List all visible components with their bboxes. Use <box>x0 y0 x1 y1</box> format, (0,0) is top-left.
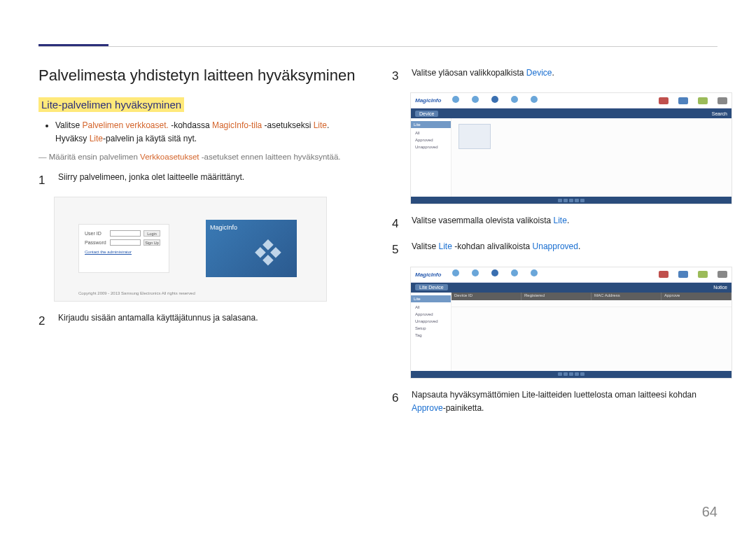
user-label: User ID <box>85 231 107 236</box>
app-logo: MagicInfo <box>415 97 441 104</box>
col-header: Device ID <box>451 293 522 300</box>
password-label: Password <box>85 240 107 245</box>
page-content: Palvelimesta yhdistetyn laitteen hyväksy… <box>38 66 718 506</box>
search-button[interactable]: Search <box>712 111 727 116</box>
main-panel <box>451 118 732 197</box>
step-number: 6 <box>392 388 402 415</box>
svg-rect-1 <box>255 247 266 258</box>
step-5: 5 Valitse Lite -kohdan alivalikoista Una… <box>392 240 718 259</box>
nav-icon[interactable] <box>510 269 519 279</box>
pager-dot[interactable] <box>580 372 584 376</box>
sidebar-item[interactable]: Approved <box>411 136 451 143</box>
header-rule <box>38 46 718 47</box>
notice-label: Notice <box>713 285 727 290</box>
pager-dot[interactable] <box>558 199 562 202</box>
sidebar: Lite All Approved Unapproved Setup Tag <box>411 293 451 371</box>
sidebar-item[interactable]: Unapproved <box>411 143 451 150</box>
pager-dot[interactable] <box>575 199 579 202</box>
step-text: Valitse vasemmalla olevista valikoista L… <box>412 214 569 233</box>
copyright-text: Copyright 2009 - 2013 Samsung Electronic… <box>78 291 195 295</box>
step-number: 2 <box>38 311 48 330</box>
sidebar-item-unapproved[interactable]: Unapproved <box>411 318 451 325</box>
nav-icon[interactable] <box>529 269 539 279</box>
svg-rect-0 <box>262 239 274 250</box>
magicinfo-panel: MagicInfo <box>206 220 297 277</box>
page-title: Palvelimesta yhdistetyn laitteen hyväksy… <box>38 66 364 85</box>
pager-dot[interactable] <box>558 372 562 376</box>
step-number: 5 <box>392 240 402 259</box>
table-row[interactable] <box>451 300 732 307</box>
table-header: Device ID Registered MAC Address Approve <box>451 293 732 300</box>
step-number: 4 <box>392 214 402 233</box>
col-header: Approve <box>662 293 732 300</box>
nav-icon[interactable] <box>470 96 480 106</box>
col-header: MAC Address <box>592 293 662 300</box>
status-icon <box>718 97 727 104</box>
status-icon <box>698 97 708 104</box>
screenshot-unapproved-list: MagicInfo Lite Device Notice <box>410 267 732 379</box>
step-text: Valitse yläosan valikkopalkista Device. <box>412 66 554 85</box>
contact-admin-link[interactable]: Contact the administrator <box>85 250 163 254</box>
sidebar-item[interactable]: All <box>411 304 451 311</box>
brand-label: MagicInfo <box>210 224 237 231</box>
footnote: Määritä ensin palvelimen Verkkoasetukset… <box>38 151 364 163</box>
step-text: Napsauta hyväksymättömien Lite-laitteide… <box>412 388 718 415</box>
password-input[interactable] <box>110 239 141 246</box>
pager-dot[interactable] <box>580 199 584 202</box>
nav-icon[interactable] <box>451 269 461 279</box>
pager-dot[interactable] <box>564 199 568 202</box>
nav-icon[interactable] <box>451 96 461 106</box>
sidebar-item[interactable]: All <box>411 129 451 136</box>
page-number: 64 <box>702 504 718 520</box>
sidebar: Lite All Approved Unapproved <box>411 118 451 197</box>
diamond-icon <box>253 239 284 270</box>
nav-icon-device[interactable] <box>490 96 500 106</box>
step-2: 2 Kirjaudu sisään antamalla käyttäjätunn… <box>38 311 364 330</box>
user-input[interactable] <box>110 230 141 237</box>
screenshot-device-menu: MagicInfo Device Search <box>410 92 732 204</box>
right-column: 3 Valitse yläosan valikkopalkista Device… <box>392 66 718 506</box>
pagination-footer <box>411 197 732 204</box>
step-6: 6 Napsauta hyväksymättömien Lite-laittei… <box>392 388 718 415</box>
nav-icon[interactable] <box>470 269 480 279</box>
sidebar-item[interactable]: Setup <box>411 325 451 332</box>
tab-bar: Lite Device Notice <box>411 283 732 293</box>
section-subtitle: Lite-palvelimen hyväksyminen <box>38 97 184 112</box>
bullet-item: Valitse Palvelimen verkkoaset. -kohdassa… <box>55 119 364 146</box>
status-icon <box>718 271 727 278</box>
pager-dot[interactable] <box>569 372 573 376</box>
pager-dot[interactable] <box>569 199 573 202</box>
nav-icon-device[interactable] <box>490 269 500 279</box>
step-text: Siirry palvelimeen, jonka olet laitteell… <box>58 171 244 190</box>
screenshot-login: User ID Login Password Sign Up Contact t… <box>54 197 327 302</box>
status-icon <box>659 271 668 278</box>
pager-dot[interactable] <box>575 372 579 376</box>
step-text: Kirjaudu sisään antamalla käyttäjätunnus… <box>58 311 258 330</box>
left-column: Palvelimesta yhdistetyn laitteen hyväksy… <box>38 66 364 506</box>
breadcrumb[interactable]: Device <box>415 111 438 117</box>
col-header: Registered <box>522 293 592 300</box>
svg-rect-3 <box>262 255 274 266</box>
device-thumbnail[interactable] <box>458 124 491 149</box>
step-number: 3 <box>392 66 402 85</box>
pager-dot[interactable] <box>564 372 568 376</box>
signup-button[interactable]: Sign Up <box>144 239 160 246</box>
sidebar-item[interactable]: Tag <box>411 332 451 339</box>
intro-bullet: Valitse Palvelimen verkkoaset. -kohdassa… <box>55 119 364 146</box>
app-logo: MagicInfo <box>415 272 441 278</box>
login-button[interactable]: Login <box>144 230 160 237</box>
step-1: 1 Siirry palvelimeen, jonka olet laittee… <box>38 171 364 190</box>
sidebar-item[interactable]: Approved <box>411 311 451 318</box>
app-topbar: MagicInfo <box>411 93 732 108</box>
step-4: 4 Valitse vasemmalla olevista valikoista… <box>392 214 718 233</box>
tab-title[interactable]: Lite Device <box>415 284 448 290</box>
login-card: User ID Login Password Sign Up Contact t… <box>78 224 169 273</box>
status-icon <box>659 97 668 104</box>
step-3: 3 Valitse yläosan valikkopalkista Device… <box>392 66 718 85</box>
nav-icon[interactable] <box>510 96 519 106</box>
breadcrumb-bar: Device Search <box>411 108 732 118</box>
sidebar-header[interactable]: Lite <box>411 295 451 302</box>
nav-icon[interactable] <box>529 96 539 106</box>
step-text: Valitse Lite -kohdan alivalikoista Unapp… <box>412 240 580 259</box>
sidebar-header[interactable]: Lite <box>411 121 451 128</box>
